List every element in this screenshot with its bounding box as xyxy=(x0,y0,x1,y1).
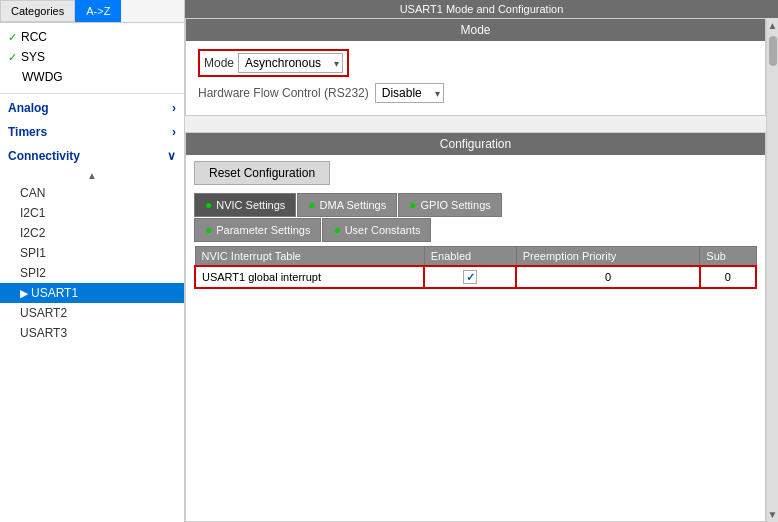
scroll-up-arrow[interactable]: ▲ xyxy=(768,20,778,31)
hw-flow-label: Hardware Flow Control (RS232) xyxy=(198,86,369,100)
tab-parameter-settings[interactable]: ● Parameter Settings xyxy=(194,218,321,242)
mode-input-label: Mode xyxy=(204,56,234,70)
user-check-icon: ● xyxy=(333,223,340,237)
interrupt-name: USART1 global interrupt xyxy=(195,266,424,288)
nvic-table: NVIC Interrupt Table Enabled Preemption … xyxy=(194,246,757,289)
tab-gpio-settings[interactable]: ● GPIO Settings xyxy=(398,193,502,217)
sidebar-group-timers[interactable]: Timers › xyxy=(0,120,184,144)
scroll-up-indicator[interactable]: ▲ xyxy=(0,168,184,183)
sidebar-item-wwdg[interactable]: WWDG xyxy=(0,67,184,87)
check-icon-rcc: ✓ xyxy=(8,31,17,43)
dma-check-icon: ● xyxy=(308,198,315,212)
chevron-down-icon: ∨ xyxy=(167,149,176,163)
interrupt-enabled-cell[interactable] xyxy=(424,266,516,288)
interrupt-sub: 0 xyxy=(700,266,756,288)
scrollbar[interactable]: ▲ ▼ xyxy=(766,18,778,522)
enabled-checkbox[interactable] xyxy=(463,270,477,284)
page-title: USART1 Mode and Configuration xyxy=(185,0,778,18)
hw-flow-select-wrapper[interactable]: Disable xyxy=(375,83,444,103)
sidebar-item-usart1[interactable]: ▶ USART1 xyxy=(0,283,184,303)
scroll-up-icon: ▲ xyxy=(87,170,97,181)
tab-dma-settings[interactable]: ● DMA Settings xyxy=(297,193,397,217)
gpio-check-icon: ● xyxy=(409,198,416,212)
param-check-icon: ● xyxy=(205,223,212,237)
mode-select-box: Mode Asynchronous xyxy=(198,49,349,77)
sidebar-item-rcc[interactable]: ✓RCC xyxy=(0,27,184,47)
mode-row: Mode Asynchronous xyxy=(198,49,753,77)
table-row: USART1 global interrupt 0 0 xyxy=(195,266,756,288)
config-tabs-row1: ● NVIC Settings ● DMA Settings ● GPIO Se… xyxy=(194,193,757,217)
sidebar-item-spi1[interactable]: SPI1 xyxy=(0,243,184,263)
sidebar-item-spi2[interactable]: SPI2 xyxy=(0,263,184,283)
config-section-header: Configuration xyxy=(186,133,765,155)
spacer xyxy=(185,116,766,124)
sidebar-item-i2c2[interactable]: I2C2 xyxy=(0,223,184,243)
sidebar: Categories A->Z ✓RCC ✓SYS WWDG Analog › … xyxy=(0,0,185,522)
mode-body: Mode Asynchronous Hardware Flow Control … xyxy=(186,41,765,115)
check-icon-sys: ✓ xyxy=(8,51,17,63)
hw-flow-row: Hardware Flow Control (RS232) Disable xyxy=(198,83,753,103)
sidebar-item-usart2[interactable]: USART2 xyxy=(0,303,184,323)
interrupt-preemption: 0 xyxy=(516,266,700,288)
tab-user-constants[interactable]: ● User Constants xyxy=(322,218,431,242)
mode-select-wrapper[interactable]: Asynchronous xyxy=(238,53,343,73)
col-header-sub: Sub xyxy=(700,247,756,267)
scrollbar-thumb[interactable] xyxy=(769,36,777,66)
sidebar-tab-bar: Categories A->Z xyxy=(0,0,184,23)
system-section: ✓RCC ✓SYS WWDG xyxy=(0,23,184,91)
col-header-preemption: Preemption Priority xyxy=(516,247,700,267)
config-tabs-row2: ● Parameter Settings ● User Constants xyxy=(194,218,757,242)
tab-az[interactable]: A->Z xyxy=(75,0,121,22)
tab-nvic-settings[interactable]: ● NVIC Settings xyxy=(194,193,296,217)
main-wrapper: USART1 Mode and Configuration Mode Mode … xyxy=(185,0,778,522)
mode-section-header: Mode xyxy=(186,19,765,41)
sidebar-item-can[interactable]: CAN xyxy=(0,183,184,203)
sidebar-group-connectivity[interactable]: Connectivity ∨ xyxy=(0,144,184,168)
mode-select[interactable]: Asynchronous xyxy=(238,53,343,73)
nvic-check-icon: ● xyxy=(205,198,212,212)
connectivity-items: CAN I2C1 I2C2 SPI1 SPI2 ▶ USART1 USART2 … xyxy=(0,183,184,343)
sidebar-item-i2c1[interactable]: I2C1 xyxy=(0,203,184,223)
usart1-arrow-icon: ▶ xyxy=(20,287,28,300)
col-header-enabled: Enabled xyxy=(424,247,516,267)
mode-section: Mode Mode Asynchronous xyxy=(185,18,766,116)
scroll-down-arrow[interactable]: ▼ xyxy=(768,509,778,520)
tab-categories[interactable]: Categories xyxy=(0,0,75,22)
sidebar-group-analog[interactable]: Analog › xyxy=(0,96,184,120)
reset-config-button[interactable]: Reset Configuration xyxy=(194,161,330,185)
col-header-name: NVIC Interrupt Table xyxy=(195,247,424,267)
config-body: Reset Configuration ● NVIC Settings ● DM… xyxy=(186,155,765,295)
hw-flow-select[interactable]: Disable xyxy=(375,83,444,103)
chevron-right-icon: › xyxy=(172,101,176,115)
config-section: Configuration Reset Configuration ● NVIC… xyxy=(185,132,766,522)
sidebar-item-usart3[interactable]: USART3 xyxy=(0,323,184,343)
sidebar-item-sys[interactable]: ✓SYS xyxy=(0,47,184,67)
chevron-right-icon-timers: › xyxy=(172,125,176,139)
